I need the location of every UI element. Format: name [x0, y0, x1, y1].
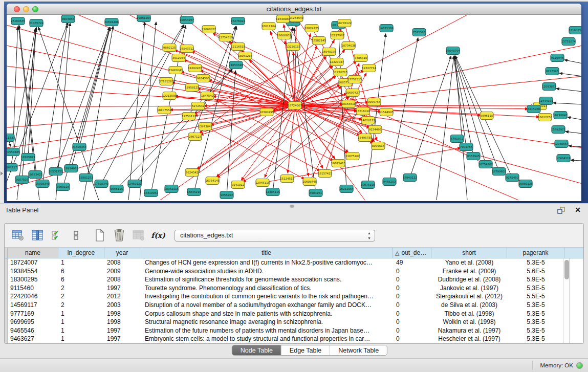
graph-node[interactable]: 12450122 — [127, 180, 142, 188]
graph-node[interactable]: 8099615 — [372, 142, 385, 150]
graph-node[interactable]: 8903058 — [61, 15, 75, 23]
table-vertical-scrollbar[interactable] — [563, 258, 570, 344]
graph-node[interactable]: 16754145 — [205, 177, 220, 185]
graph-node[interactable]: 7624542 — [185, 169, 199, 177]
graph-node[interactable]: 9634505 — [197, 75, 210, 82]
graph-node[interactable]: 9860125 — [163, 44, 176, 52]
graph-node[interactable]: 18606952 — [277, 32, 291, 39]
graph-node[interactable]: 12160354 — [569, 27, 581, 34]
graph-node[interactable]: 10952115 — [164, 185, 179, 193]
graph-node[interactable]: 16211054 — [339, 185, 354, 193]
graph-node[interactable]: 12327714 — [362, 64, 376, 72]
graph-node[interactable]: 12093872 — [542, 83, 556, 91]
graph-node[interactable]: 10653257 — [180, 16, 194, 24]
graph-node[interactable]: 9896115 — [480, 112, 493, 120]
graph-node[interactable]: 15751074 — [561, 38, 576, 46]
graph-node[interactable]: 12754519 — [219, 34, 233, 41]
graph-node[interactable]: 10673425 — [28, 171, 42, 179]
column-header-pagerank[interactable]: pagerank — [507, 248, 564, 258]
graph-node[interactable]: 18185821 — [21, 154, 35, 161]
graph-node[interactable]: 12958125 — [185, 84, 199, 92]
table-settings-icon[interactable] — [11, 228, 25, 243]
graph-node[interactable]: 18164610 — [341, 100, 356, 108]
delete-table-icon[interactable] — [112, 228, 126, 243]
function-builder-icon[interactable]: f(x) — [151, 228, 165, 243]
graph-node[interactable]: 10608445 — [302, 178, 317, 186]
graph-node[interactable]: 11675202 — [345, 152, 360, 160]
graph-node[interactable]: 16210643 — [553, 112, 568, 119]
table-row[interactable]: 1938455462009Genome-wide association stu… — [5, 267, 583, 276]
graph-node[interactable]: 21055724 — [29, 19, 43, 27]
table-row[interactable]: 1456911722003Disruption of a novel membe… — [5, 301, 583, 310]
column-header-short[interactable]: short — [431, 248, 507, 258]
memory-indicator[interactable]: Memory: OK — [532, 361, 583, 370]
table-row[interactable]: 946554611997Estimation of the future num… — [5, 326, 583, 335]
graph-node[interactable]: 9656115 — [110, 185, 123, 193]
graph-node[interactable]: 16211533 — [7, 134, 15, 142]
graph-node[interactable]: 13973042 — [198, 123, 212, 130]
graph-node[interactable]: 8352945 — [467, 152, 480, 160]
graph-node[interactable]: 12327047 — [330, 58, 344, 66]
graph-node[interactable]: 15124515 — [280, 175, 294, 183]
graph-node[interactable]: 8960125 — [56, 183, 70, 191]
network-canvas[interactable]: 2516063521055724890305820691406198612041… — [7, 15, 581, 200]
graph-node[interactable]: 10734038 — [341, 42, 356, 50]
graph-node[interactable]: 9241012 — [231, 181, 245, 189]
graph-node[interactable]: 9245450 — [506, 174, 519, 182]
graph-node[interactable]: 15276021 — [231, 17, 245, 25]
graph-node[interactable]: 1847542 — [201, 92, 214, 100]
graph-node[interactable]: 13220115 — [286, 43, 300, 51]
graph-node[interactable]: 15495755 — [358, 134, 372, 142]
select-columns-icon[interactable]: ✔ ✔ — [50, 228, 64, 243]
graph-node[interactable]: 18061213 — [238, 52, 252, 60]
table-row[interactable]: 2242004622012Investigating the contribut… — [5, 292, 583, 301]
network-window-titlebar[interactable]: citations_edges.txt — [7, 4, 581, 15]
graph-node[interactable]: 21053346 — [229, 61, 243, 69]
graph-node[interactable]: 16845210 — [187, 188, 201, 196]
graph-node[interactable]: 18724007 — [288, 102, 302, 110]
row-tools-icon[interactable] — [69, 228, 83, 243]
graph-node[interactable]: 19501253 — [79, 174, 93, 182]
column-header-year[interactable]: year — [104, 248, 140, 258]
graph-node[interactable]: 11254549 — [289, 15, 303, 22]
graph-node[interactable]: 15892971 — [551, 126, 565, 134]
graph-node[interactable]: 12444191 — [539, 97, 553, 105]
graph-node[interactable]: 16011704 — [262, 23, 276, 30]
graph-node[interactable]: 16543312 — [180, 45, 194, 53]
graph-node[interactable]: 22068022 — [202, 26, 216, 33]
graph-node[interactable]: 2867123 — [188, 133, 202, 141]
graph-node[interactable]: 18914063 — [64, 165, 78, 172]
graph-node[interactable]: 12217987 — [330, 32, 344, 39]
graph-node[interactable]: 23420043 — [168, 67, 183, 74]
graph-node[interactable]: 18300295 — [259, 108, 274, 116]
graph-node[interactable]: 7485310 — [354, 54, 367, 62]
graph-node[interactable]: 13216010 — [356, 107, 370, 115]
graph-node[interactable]: 17404119 — [556, 155, 571, 162]
graph-node[interactable]: 16940122 — [403, 174, 417, 182]
graph-node[interactable]: 14202470 — [188, 64, 202, 72]
graph-node[interactable]: 16012258 — [538, 114, 552, 121]
table-row[interactable]: 946362711997Embryonic stem cells: a mode… — [5, 335, 583, 343]
graph-node[interactable]: 12405115 — [266, 188, 280, 196]
graph-node[interactable]: 15582145 — [312, 37, 326, 45]
graph-node[interactable]: 20691406 — [104, 18, 119, 26]
graph-node[interactable]: 9129946 — [551, 54, 564, 62]
graph-node[interactable]: 14616122 — [361, 117, 375, 124]
graph-node[interactable]: 16778122 — [337, 19, 352, 27]
table-row[interactable]: 1872400712008Changes of HCN gene express… — [5, 258, 583, 267]
graph-node[interactable]: 12750112 — [182, 113, 196, 120]
graph-node[interactable]: 7901765 — [460, 143, 473, 151]
tab-edge-table[interactable]: Edge Table — [281, 345, 330, 355]
graph-node[interactable]: 12213589 — [162, 92, 177, 100]
graph-node[interactable]: 15905340 — [35, 180, 50, 188]
column-header-name[interactable]: name — [8, 248, 58, 258]
create-table-icon[interactable] — [93, 228, 107, 243]
graph-node[interactable]: 9862117 — [7, 164, 17, 171]
graph-node[interactable]: 19861204 — [137, 15, 151, 22]
memory-ok-led-icon[interactable] — [576, 362, 583, 369]
tab-node-table[interactable]: Node Table — [232, 345, 281, 355]
scrollbar-thumb[interactable] — [564, 260, 569, 279]
graph-node[interactable]: 18799601 — [492, 168, 506, 176]
graph-node[interactable]: 16754202 — [478, 161, 493, 168]
graph-node[interactable]: 10697427 — [345, 89, 360, 97]
